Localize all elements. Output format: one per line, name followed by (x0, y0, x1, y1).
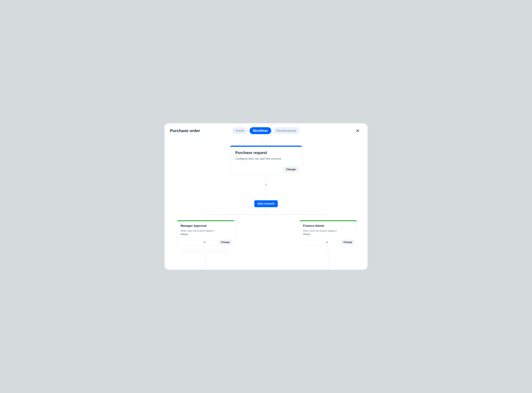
start-title: Purchase request (235, 151, 297, 155)
workflow-canvas[interactable]: Purchase request Configure who can start… (165, 138, 367, 270)
branch-card-manager-approval[interactable]: Manager Approval When does this branch h… (177, 220, 235, 246)
collapse-button[interactable] (203, 240, 207, 244)
change-button[interactable]: Change (219, 240, 232, 245)
app-window: Purchase order Form Workflow Permissions… (165, 123, 367, 270)
branch-title: Manager Approval (181, 224, 231, 227)
add-step-button[interactable] (264, 182, 268, 187)
tab-permissions[interactable]: Permissions (273, 127, 300, 134)
start-footer: Change (230, 164, 302, 175)
change-button[interactable]: Change (341, 240, 354, 245)
tabs: Form Workflow Permissions (232, 127, 300, 134)
branch-body: Finance Admin When does this branch happ… (299, 221, 357, 238)
branch-question: When does this branch happen? (303, 229, 353, 232)
branch-right-stack: Finance Admin When does this branch happ… (299, 220, 357, 246)
branch-title: Finance Admin (303, 224, 353, 227)
add-branch-button[interactable]: Add a branch (254, 200, 278, 207)
collapse-button[interactable] (325, 240, 329, 244)
connector-line (266, 207, 266, 215)
close-button[interactable] (355, 128, 361, 133)
chevron-up-icon (203, 241, 206, 244)
change-button[interactable]: Change (283, 166, 298, 172)
close-icon (356, 129, 360, 133)
start-body: Purchase request Configure who can start… (230, 147, 302, 164)
branch-left-stack: Manager Approval When does this branch h… (177, 220, 235, 246)
connector-line (328, 214, 328, 221)
connector-line (266, 196, 266, 200)
start-node-card[interactable]: Purchase request Configure who can start… (230, 146, 302, 175)
branch-card-finance-admin[interactable]: Finance Admin When does this branch happ… (299, 220, 357, 246)
connector-line (205, 253, 206, 270)
chevron-up-icon (326, 241, 328, 244)
plus-icon (265, 183, 267, 186)
decision-node[interactable] (262, 189, 270, 197)
connector-line (206, 214, 328, 215)
branch-footer: Change (177, 238, 235, 246)
branch-question: When does this branch happen? (181, 229, 231, 232)
header: Purchase order Form Workflow Permissions (165, 123, 367, 138)
connector-line (328, 247, 328, 270)
branch-body: Manager Approval When does this branch h… (177, 221, 235, 238)
branch-footer: Change (299, 238, 357, 246)
tab-form[interactable]: Form (232, 127, 248, 134)
branch-answer: Always (181, 233, 231, 235)
start-accent (230, 146, 302, 147)
start-description: Configure who can start this process (235, 157, 297, 160)
connector-line (205, 214, 206, 221)
branch-answer: Always (303, 233, 353, 235)
tab-workflow[interactable]: Workflow (249, 127, 271, 134)
connector-line (266, 178, 266, 182)
page-title: Purchase order (170, 128, 200, 133)
